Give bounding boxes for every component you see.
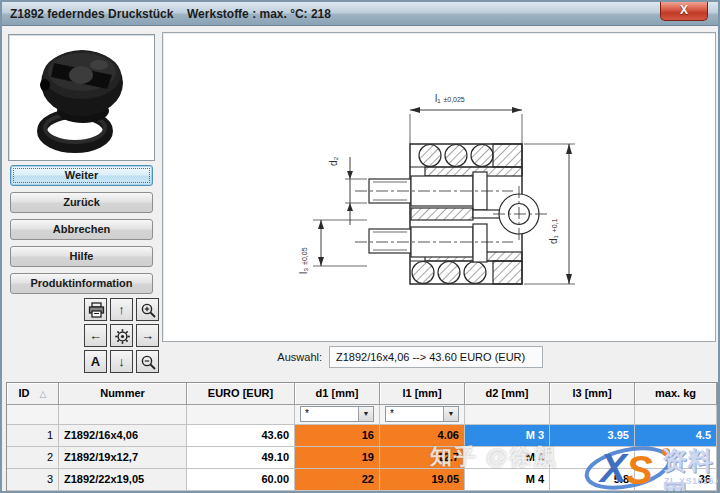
filter-l1-value: * (390, 408, 394, 419)
hilfe-button[interactable]: Hilfe (10, 246, 153, 267)
col-header-l1[interactable]: l1 [mm] (380, 383, 465, 405)
printer-icon (88, 302, 105, 319)
chevron-down-icon[interactable]: ▼ (443, 407, 458, 421)
abbrechen-button[interactable]: Abbrechen (10, 219, 153, 240)
zoom-out-icon (140, 354, 157, 371)
spring-plunger-photo (9, 35, 154, 160)
table-header-row: ID△ Nummer EURO [EUR] d1 [mm] l1 [mm] d2… (7, 383, 717, 405)
cell-nummer: Z1892/19x12,7 (59, 447, 187, 469)
cell-l1: 4.06 (380, 425, 465, 447)
cell-euro: 60.00 (187, 469, 295, 491)
cell-d2: M 4 (465, 447, 550, 469)
cell-nummer: Z1892/22x19,05 (59, 469, 187, 491)
weiter-button[interactable]: Weiter (10, 165, 153, 186)
abbrechen-label: Abbrechen (53, 223, 110, 235)
col-header-d1[interactable]: d1 [mm] (295, 383, 380, 405)
cell-d1: 19 (295, 447, 380, 469)
col-header-id[interactable]: ID△ (7, 383, 59, 405)
print-button[interactable] (84, 298, 107, 321)
close-button[interactable]: X (660, 2, 708, 21)
auswahl-value-field: Z1892/16x4,06 --> 43.60 EURO (EUR) (329, 346, 543, 368)
col-header-nummer[interactable]: Nummer (59, 383, 187, 405)
pan-right-button[interactable]: → (136, 324, 159, 347)
filter-l1-combobox[interactable]: *▼ (385, 406, 459, 422)
auswahl-label: Auswahl: (242, 351, 322, 363)
table-row[interactable]: 1 Z1892/16x4,06 43.60 16 4.06 M 3 3.95 4… (7, 425, 717, 447)
cell-l1: 19.05 (380, 469, 465, 491)
result-table: ID△ Nummer EURO [EUR] d1 [mm] l1 [mm] d2… (6, 382, 718, 492)
filter-l1: *▼ (380, 405, 465, 425)
pan-up-button[interactable]: ↑ (110, 298, 133, 321)
hilfe-label: Hilfe (70, 250, 94, 262)
auswahl-value: Z1892/16x4,06 --> 43.60 EURO (EUR) (336, 351, 525, 363)
cell-d1: 16 (295, 425, 380, 447)
col-header-l3[interactable]: l3 [mm] (550, 383, 635, 405)
table-row[interactable]: 3 Z1892/22x19,05 60.00 22 19.05 M 4 5.8 … (7, 469, 717, 491)
chevron-down-icon[interactable]: ▼ (358, 407, 373, 421)
col-header-maxkg[interactable]: max. kg (635, 383, 717, 405)
cell-d1: 22 (295, 469, 380, 491)
cell-l3: 5.8 (550, 469, 635, 491)
arrow-left-icon: ← (89, 328, 102, 343)
gear-icon (114, 328, 131, 345)
filter-l3 (550, 405, 635, 425)
arrow-down-icon: ↓ (118, 354, 125, 369)
dim-d1-label: d₁ +0,1 (548, 218, 559, 244)
product-photo (8, 34, 155, 161)
cell-maxkg: 36 (635, 469, 717, 491)
produktinformation-button[interactable]: Produktinformation (10, 273, 153, 294)
dialog-window: Z1892 federndes Druckstück Werkstoffe : … (0, 0, 720, 493)
window-subtitle: Werkstoffe : max. °C: 218 (187, 7, 331, 21)
drawing-svg (163, 33, 715, 341)
technical-drawing: l₁ ±0,025 d₂ l₃ ±0,05 d₁ +0,1 (162, 32, 716, 342)
arrow-up-icon: ↑ (118, 302, 125, 317)
col-header-euro[interactable]: EURO [EUR] (187, 383, 295, 405)
filter-nummer (59, 405, 187, 425)
table-row[interactable]: 2 Z1892/19x12,7 49.10 19 12.7 M 4 (7, 447, 717, 469)
cell-l1: 12.7 (380, 447, 465, 469)
zurueck-button[interactable]: Zurück (10, 192, 153, 213)
letter-a-icon: A (91, 354, 100, 369)
cell-maxkg: 4.5 (635, 425, 717, 447)
cell-id: 3 (7, 469, 59, 491)
arrow-right-icon: → (141, 328, 154, 343)
zoom-out-button[interactable] (136, 350, 159, 373)
cell-id: 1 (7, 425, 59, 447)
window-title: Z1892 federndes Druckstück (10, 7, 173, 21)
fit-view-button[interactable] (110, 324, 133, 347)
dim-l3-label: l₃ ±0,05 (298, 247, 309, 274)
filter-d1-combobox[interactable]: *▼ (300, 406, 374, 422)
weiter-label: Weiter (65, 169, 98, 181)
cell-d2: M 4 (465, 469, 550, 491)
produktinformation-label: Produktinformation (30, 277, 132, 289)
cell-maxkg (635, 447, 717, 469)
title-bar: Z1892 federndes Druckstück Werkstoffe : … (2, 2, 718, 26)
filter-maxkg (635, 405, 717, 425)
filter-d2 (465, 405, 550, 425)
filter-d1-value: * (305, 408, 309, 419)
close-icon: X (680, 3, 688, 17)
pan-left-button[interactable]: ← (84, 324, 107, 347)
col-header-d2[interactable]: d2 [mm] (465, 383, 550, 405)
dim-l1-label: l₁ ±0,025 (435, 93, 465, 104)
filter-row: *▼ *▼ (7, 405, 717, 425)
pan-down-button[interactable]: ↓ (110, 350, 133, 373)
cell-id: 2 (7, 447, 59, 469)
zoom-in-icon (140, 302, 157, 319)
text-button[interactable]: A (84, 350, 107, 373)
zoom-in-button[interactable] (136, 298, 159, 321)
filter-euro (187, 405, 295, 425)
cell-d2: M 3 (465, 425, 550, 447)
cell-euro: 43.60 (187, 425, 295, 447)
zurueck-label: Zurück (63, 196, 100, 208)
cell-l3 (550, 447, 635, 469)
filter-id (7, 405, 59, 425)
cell-euro: 49.10 (187, 447, 295, 469)
sort-ascending-icon: △ (40, 389, 47, 399)
cell-nummer: Z1892/16x4,06 (59, 425, 187, 447)
filter-d1: *▼ (295, 405, 380, 425)
cell-l3: 3.95 (550, 425, 635, 447)
dim-d2-label: d₂ (328, 157, 339, 166)
